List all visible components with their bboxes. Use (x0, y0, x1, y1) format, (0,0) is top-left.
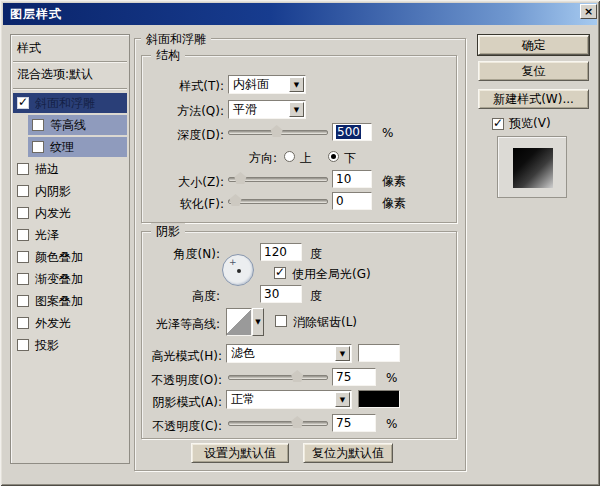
sidebar-item-gradient-overlay[interactable]: 渐变叠加 (13, 269, 127, 289)
sidebar-item-color-overlay[interactable]: 颜色叠加 (13, 247, 127, 267)
make-default-button[interactable]: 设置为默认值 (191, 443, 289, 463)
titlebar[interactable]: 图层样式 (3, 3, 597, 25)
preview-box (497, 136, 567, 198)
sidebar-item-stroke[interactable]: 描边 (13, 159, 127, 179)
technique-label: 方法(Q): (142, 103, 224, 120)
sidebar-item-drop-shadow[interactable]: 投影 (13, 335, 127, 355)
use-global-light-label[interactable]: 使用全局光(G) (292, 266, 371, 283)
direction-up-label[interactable]: 上 (300, 150, 320, 167)
highlight-opacity-slider[interactable] (228, 375, 328, 380)
structure-legend: 结构 (151, 47, 185, 64)
checkbox-drop-shadow[interactable] (17, 339, 29, 351)
direction-up-radio[interactable] (284, 151, 295, 162)
checkbox-inner-shadow[interactable] (17, 185, 29, 197)
sidebar-item-contour[interactable]: 等高线 (28, 115, 127, 135)
sidebar-item-inner-shadow[interactable]: 内阴影 (13, 181, 127, 201)
checkbox-outer-glow[interactable] (17, 317, 29, 329)
sidebar-item-blending-options[interactable]: 混合选项:默认 (11, 63, 129, 87)
chevron-down-icon[interactable]: ▼ (335, 392, 350, 407)
reset-button[interactable]: 复位 (478, 61, 589, 81)
sidebar-item-label: 内阴影 (35, 183, 71, 200)
gloss-contour-thumbnail[interactable] (226, 308, 252, 336)
angle-input[interactable]: 120 (260, 243, 302, 261)
technique-select[interactable]: 平滑 ▼ (228, 100, 306, 119)
sidebar-header: 样式 (11, 39, 129, 60)
chevron-down-icon[interactable]: ▼ (252, 308, 264, 336)
highlight-opacity-input[interactable]: 75 (332, 368, 376, 386)
new-style-button[interactable]: 新建样式(W)... (478, 89, 589, 109)
close-button[interactable]: × (580, 4, 597, 19)
highlight-color-swatch[interactable] (358, 344, 400, 362)
checkbox-satin[interactable] (17, 229, 29, 241)
sidebar-item-texture[interactable]: 纹理 (28, 137, 127, 157)
soften-slider[interactable] (228, 199, 328, 204)
highlight-opacity-value: 75 (336, 370, 351, 384)
highlight-mode-label: 高光模式(H): (142, 348, 222, 365)
sidebar-item-outer-glow[interactable]: 外发光 (13, 313, 127, 333)
shadow-color-swatch[interactable] (358, 390, 400, 408)
close-icon: × (584, 6, 593, 17)
soften-slider-thumb[interactable] (229, 194, 242, 206)
sidebar-item-label: 渐变叠加 (35, 271, 83, 288)
antialias-label[interactable]: 消除锯齿(L) (293, 314, 357, 331)
depth-slider-thumb[interactable] (270, 125, 283, 137)
sidebar-item-label: 光泽 (35, 227, 59, 244)
altitude-label: 高度: (142, 288, 220, 305)
gloss-contour-label: 光泽等高线: (142, 316, 220, 333)
sidebar-item-pattern-overlay[interactable]: 图案叠加 (13, 291, 127, 311)
style-select[interactable]: 内斜面 ▼ (228, 75, 306, 94)
panel-title: 斜面和浮雕 (141, 31, 211, 48)
make-default-label: 设置为默认值 (204, 445, 276, 462)
reset-default-button[interactable]: 复位为默认值 (303, 443, 393, 463)
style-select-value: 内斜面 (233, 76, 269, 93)
depth-slider[interactable] (228, 130, 328, 135)
size-input[interactable]: 10 (332, 170, 372, 188)
sidebar-item-label: 外发光 (35, 315, 71, 332)
angle-value: 120 (264, 245, 287, 259)
gloss-contour-picker[interactable]: ▼ (226, 308, 264, 336)
sidebar-item-label: 等高线 (50, 117, 86, 134)
preview-checkbox[interactable] (492, 118, 504, 130)
preview-toggle[interactable]: 预览(V) (492, 115, 551, 132)
angle-label: 角度(N): (142, 246, 220, 263)
checkbox-stroke[interactable] (17, 163, 29, 175)
highlight-mode-select[interactable]: 滤色 ▼ (226, 344, 352, 363)
altitude-value: 30 (264, 287, 279, 301)
structure-group: 结构 样式(T): 内斜面 ▼ 方法(Q): 平滑 ▼ 深度(D): 500 %… (141, 55, 457, 223)
shadow-mode-select[interactable]: 正常 ▼ (226, 390, 352, 409)
angle-dial[interactable]: + (222, 254, 254, 286)
sidebar-item-satin[interactable]: 光泽 (13, 225, 127, 245)
sidebar-item-label: 投影 (35, 337, 59, 354)
chevron-down-icon[interactable]: ▼ (289, 77, 304, 92)
sidebar-item-bevel-emboss[interactable]: 斜面和浮雕 (13, 93, 127, 113)
divider (13, 61, 127, 62)
styles-sidebar: 样式 混合选项:默认 斜面和浮雕 等高线 纹理 描边 内阴影 (10, 34, 130, 464)
checkbox-gradient-overlay[interactable] (17, 273, 29, 285)
size-slider-thumb[interactable] (234, 172, 247, 184)
checkbox-contour[interactable] (32, 119, 44, 131)
direction-down-radio[interactable] (328, 151, 339, 162)
altitude-input[interactable]: 30 (260, 285, 302, 303)
depth-input[interactable]: 500 (332, 123, 372, 141)
highlight-opacity-thumb[interactable] (291, 370, 304, 382)
checkbox-pattern-overlay[interactable] (17, 295, 29, 307)
shadow-opacity-thumb[interactable] (291, 416, 304, 428)
chevron-down-icon[interactable]: ▼ (289, 102, 304, 117)
depth-label: 深度(D): (142, 127, 224, 144)
checkbox-inner-glow[interactable] (17, 207, 29, 219)
antialias-checkbox[interactable] (275, 315, 287, 327)
ok-button[interactable]: 确定 (478, 35, 589, 55)
soften-input[interactable]: 0 (332, 192, 372, 210)
soften-label: 软化(F): (142, 196, 224, 213)
checkbox-bevel-emboss[interactable] (17, 97, 29, 109)
shadow-opacity-input[interactable]: 75 (332, 414, 376, 432)
checkbox-texture[interactable] (32, 141, 44, 153)
sidebar-item-inner-glow[interactable]: 内发光 (13, 203, 127, 223)
size-slider[interactable] (228, 177, 328, 182)
chevron-down-icon[interactable]: ▼ (335, 346, 350, 361)
direction-down-label[interactable]: 下 (344, 150, 364, 167)
use-global-light-checkbox[interactable] (274, 267, 286, 279)
checkbox-color-overlay[interactable] (17, 251, 29, 263)
reset-default-label: 复位为默认值 (312, 445, 384, 462)
shadow-opacity-slider[interactable] (228, 421, 328, 426)
